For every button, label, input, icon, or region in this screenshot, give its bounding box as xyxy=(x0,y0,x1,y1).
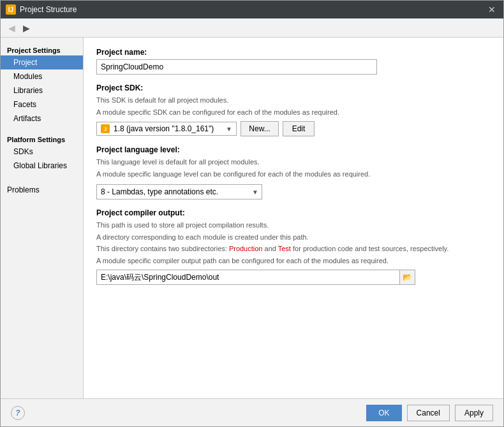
sdk-dropdown-arrow: ▼ xyxy=(226,126,232,133)
project-lang-label: Project language level: xyxy=(96,145,491,154)
compiler-output-section: Project compiler output: This path is us… xyxy=(96,208,491,285)
compiler-output-input[interactable] xyxy=(97,270,399,284)
sdk-info-1: This SDK is default for all project modu… xyxy=(96,95,491,106)
compiler-output-label: Project compiler output: xyxy=(96,208,491,217)
main-content: Project Settings Project Modules Librari… xyxy=(1,38,503,398)
project-settings-label: Project Settings xyxy=(1,43,83,55)
forward-button[interactable]: ▶ xyxy=(20,22,33,34)
dialog-title: Project Structure xyxy=(20,5,485,14)
app-icon: IJ xyxy=(6,4,16,15)
compiler-info-2: A directory corresponding to each module… xyxy=(96,232,491,243)
sidebar-item-problems[interactable]: Problems xyxy=(1,183,83,197)
project-structure-dialog: IJ Project Structure ✕ ◀ ▶ Project Setti… xyxy=(0,0,504,427)
footer-left: ? xyxy=(11,406,25,420)
sidebar-item-global-libraries[interactable]: Global Libraries xyxy=(1,159,83,173)
cancel-button[interactable]: Cancel xyxy=(407,405,450,421)
sidebar-item-project[interactable]: Project xyxy=(1,55,83,69)
dialog-footer: ? OK Cancel Apply xyxy=(1,398,503,426)
toolbar: ◀ ▶ xyxy=(1,18,503,38)
project-lang-section: Project language level: This language le… xyxy=(96,145,491,199)
sdk-info-2: A module specific SDK can be configured … xyxy=(96,107,491,118)
close-button[interactable]: ✕ xyxy=(485,4,498,15)
compiler-info-4: A module specific compiler output path c… xyxy=(96,256,491,266)
sdk-select-text: 1.8 (java version "1.8.0_161") xyxy=(114,124,222,133)
sdk-dropdown[interactable]: J 1.8 (java version "1.8.0_161") ▼ xyxy=(96,122,237,136)
footer-right: OK Cancel Apply xyxy=(366,405,493,421)
sidebar-item-facets[interactable]: Facets xyxy=(1,98,83,112)
sdk-icon: J xyxy=(101,124,110,133)
sidebar-item-modules[interactable]: Modules xyxy=(1,69,83,83)
sidebar-item-libraries[interactable]: Libraries xyxy=(1,83,83,98)
content-panel: Project name: Project SDK: This SDK is d… xyxy=(84,38,503,398)
sidebar-item-artifacts[interactable]: Artifacts xyxy=(1,112,83,126)
compiler-output-field: 📂 xyxy=(96,270,415,285)
project-sdk-section: Project SDK: This SDK is default for all… xyxy=(96,83,491,136)
sdk-edit-button[interactable]: Edit xyxy=(283,121,315,136)
back-button[interactable]: ◀ xyxy=(6,22,18,34)
project-name-label: Project name: xyxy=(96,48,491,57)
help-button[interactable]: ? xyxy=(11,406,25,420)
project-name-input[interactable] xyxy=(96,59,377,75)
sidebar: Project Settings Project Modules Librari… xyxy=(1,38,84,398)
folder-icon: 📂 xyxy=(403,273,412,282)
sidebar-item-sdks[interactable]: SDKs xyxy=(1,145,83,159)
project-sdk-label: Project SDK: xyxy=(96,83,491,92)
platform-settings-label: Platform Settings xyxy=(1,132,83,145)
sdk-new-button[interactable]: New... xyxy=(241,121,279,136)
title-bar: IJ Project Structure ✕ xyxy=(1,1,503,18)
compiler-info-3: This directory contains two subdirectori… xyxy=(96,243,491,254)
compiler-info-1: This path is used to store all project c… xyxy=(96,220,491,231)
lang-info-1: This language level is default for all p… xyxy=(96,157,491,168)
ok-button[interactable]: OK xyxy=(366,405,401,421)
lang-level-select[interactable]: 8 - Lambdas, type annotations etc. 7 - D… xyxy=(96,184,262,199)
compiler-output-browse-button[interactable]: 📂 xyxy=(399,270,415,284)
apply-button[interactable]: Apply xyxy=(455,405,493,421)
lang-info-2: A module specific language level can be … xyxy=(96,169,491,180)
